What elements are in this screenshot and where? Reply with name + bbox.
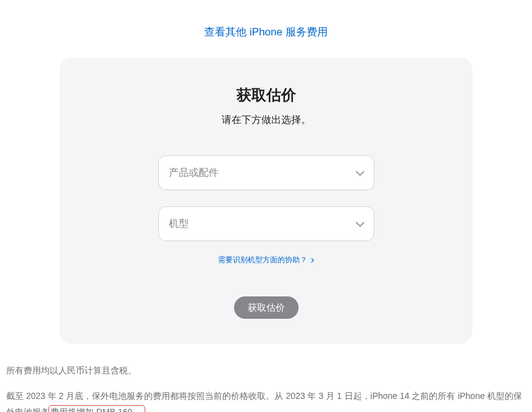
help-link-label: 需要识别机型方面的协助？	[218, 255, 307, 264]
card-subtitle: 请在下方做出选择。	[84, 114, 448, 127]
price-increase-highlight: 费用将增加 RMB 169。	[48, 405, 145, 412]
card-title: 获取估价	[84, 85, 448, 105]
chevron-right-icon	[311, 256, 314, 265]
view-other-iphone-fees-link[interactable]: 查看其他 iPhone 服务费用	[204, 26, 327, 38]
model-select-placeholder: 机型	[169, 217, 189, 231]
footer-line-1: 所有费用均以人民币计算且含税。	[6, 362, 526, 379]
get-estimate-button[interactable]: 获取估价	[234, 296, 299, 319]
product-select[interactable]: 产品或配件	[158, 155, 374, 190]
estimate-card: 获取估价 请在下方做出选择。 产品或配件 机型 需要识别机型方面的协助？	[60, 58, 472, 344]
identify-model-help-link[interactable]: 需要识别机型方面的协助？	[218, 255, 313, 264]
product-select-placeholder: 产品或配件	[169, 167, 219, 180]
footer-disclaimer: 所有费用均以人民币计算且含税。 截至 2023 年 2 月底，保外电池服务的费用…	[0, 344, 532, 412]
footer-line-2: 截至 2023 年 2 月底，保外电池服务的费用都将按照当前的价格收取。从 20…	[6, 388, 526, 412]
model-select[interactable]: 机型	[158, 206, 374, 241]
